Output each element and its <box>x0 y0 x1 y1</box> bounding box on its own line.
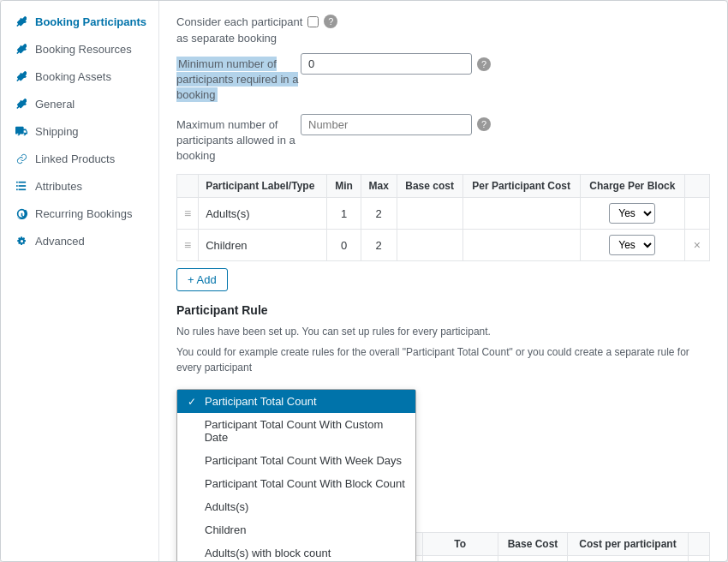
svg-rect-5 <box>16 188 18 190</box>
sidebar: Booking Participants Booking Resources B… <box>1 1 159 561</box>
rule-base-cost-cell: + ▾ <box>498 556 568 561</box>
adults-label: Adults(s) <box>199 198 327 230</box>
sidebar-item-recurring-bookings[interactable]: Recurring Bookings <box>1 200 158 227</box>
max-participants-input[interactable] <box>301 114 472 135</box>
children-delete[interactable]: × <box>684 230 709 261</box>
rule-col-delete <box>688 533 709 556</box>
adults-charge-per-block: Yes No <box>580 198 684 230</box>
svg-rect-0 <box>19 182 27 183</box>
sidebar-item-general[interactable]: General <box>1 90 158 117</box>
consider-sublabel: as separate booking <box>176 32 277 45</box>
sidebar-item-label: Attributes <box>35 180 82 193</box>
rule-section-title: Participant Rule <box>176 303 710 317</box>
check-icon: ✓ <box>188 396 200 408</box>
max-help-icon[interactable]: ? <box>477 117 491 131</box>
rule-col-base-cost: Base Cost <box>498 533 568 556</box>
sidebar-item-advanced[interactable]: Advanced <box>1 227 158 254</box>
rule-text-2: You could for example create rules for t… <box>176 344 710 375</box>
delete-children-button[interactable]: × <box>692 236 702 254</box>
dropdown-item-week-days[interactable]: Participant Total Count With Week Days <box>177 449 415 472</box>
rule-type-dropdown[interactable]: ✓ Participant Total Count Participant To… <box>176 389 416 561</box>
col-actions <box>684 175 709 198</box>
col-min: Min <box>327 175 361 198</box>
drag-handle-adults[interactable]: ≡ <box>177 198 199 230</box>
col-base-cost: Base cost <box>397 175 462 198</box>
dropdown-item-adults-block[interactable]: Adults(s) with block count <box>177 541 415 561</box>
max-input-group: ? <box>301 114 491 135</box>
min-input-group: 0 ? <box>301 53 491 75</box>
sidebar-item-attributes[interactable]: Attributes <box>1 172 158 200</box>
adults-delete <box>684 198 709 230</box>
adults-max: 2 <box>361 198 397 230</box>
gear-icon <box>15 234 28 248</box>
consider-help-icon[interactable]: ? <box>324 15 337 28</box>
sidebar-item-label: Linked Products <box>35 152 115 165</box>
dropdown-item-custom-date[interactable]: Participant Total Count With Custom Date <box>177 413 415 449</box>
rule-text-1: No rules have been set up. You can set u… <box>176 324 710 339</box>
min-label-text: Minimum number of participants required … <box>176 57 298 102</box>
dropdown-item-children[interactable]: Children <box>177 518 415 541</box>
col-charge-per-block: Charge Per Block <box>580 175 684 198</box>
wrench-icon <box>15 15 28 28</box>
sidebar-item-booking-resources[interactable]: Booking Resources <box>1 35 158 63</box>
sidebar-item-shipping[interactable]: Shipping <box>1 117 158 145</box>
rule-col-cost-per-participant: Cost per participant <box>568 533 689 556</box>
adults-min: 1 <box>327 198 361 230</box>
table-row: ≡ Adults(s) 1 2 Yes No <box>177 198 710 230</box>
col-max: Max <box>361 175 397 198</box>
children-min: 0 <box>327 230 361 261</box>
col-label: Participant Label/Type <box>199 175 327 198</box>
rule-col-to: To <box>422 533 498 556</box>
col-drag <box>177 175 199 198</box>
sidebar-item-booking-assets[interactable]: Booking Assets <box>1 63 158 90</box>
rule-delete-cell[interactable]: × <box>688 556 709 561</box>
participant-rule-section: Participant Rule No rules have been set … <box>176 303 710 561</box>
refresh-icon <box>15 206 28 220</box>
children-per-participant <box>462 230 580 261</box>
sidebar-item-label: Recurring Bookings <box>35 207 132 220</box>
wrench-icon-3 <box>15 69 28 83</box>
children-label: Children <box>199 230 327 261</box>
min-help-icon[interactable]: ? <box>477 57 491 71</box>
main-content: Consider each participant ? as separate … <box>159 1 727 561</box>
children-charge-select[interactable]: Yes No <box>609 235 655 255</box>
adults-charge-select[interactable]: Yes No <box>609 203 655 224</box>
consider-participant-row: Consider each participant ? <box>176 15 710 28</box>
list-icon <box>15 179 28 193</box>
add-participant-button[interactable]: + Add <box>176 268 228 291</box>
rule-to-cell: Participant C <box>422 556 498 561</box>
min-participants-input[interactable]: 0 <box>301 53 472 75</box>
sidebar-item-label: Shipping <box>35 125 79 138</box>
wrench-icon-4 <box>15 97 28 111</box>
svg-rect-1 <box>19 185 27 187</box>
consider-checkbox[interactable] <box>307 16 319 27</box>
adults-base-cost <box>397 198 462 230</box>
participants-table: Participant Label/Type Min Max Base cost… <box>176 174 710 261</box>
sidebar-item-label: Booking Assets <box>35 70 111 83</box>
max-participants-row: Maximum number of participants allowed i… <box>176 114 710 164</box>
children-max: 2 <box>361 230 397 261</box>
dropdown-item-adults[interactable]: Adults(s) <box>177 495 415 518</box>
svg-rect-3 <box>16 182 18 183</box>
svg-rect-4 <box>16 185 18 187</box>
children-charge-per-block: Yes No <box>580 230 684 261</box>
sidebar-item-linked-products[interactable]: Linked Products <box>1 145 158 172</box>
dropdown-item-participant-total-count[interactable]: ✓ Participant Total Count <box>177 390 415 413</box>
wrench-icon-2 <box>15 42 28 56</box>
dropdown-item-block-count[interactable]: Participant Total Count With Block Count <box>177 472 415 495</box>
truck-icon <box>15 124 28 138</box>
rule-cost-per-cell: + ▾ <box>568 556 689 561</box>
children-base-cost <box>397 230 462 261</box>
sidebar-item-booking-participants[interactable]: Booking Participants <box>1 8 158 35</box>
adults-per-participant <box>462 198 580 230</box>
col-per-participant: Per Participant Cost <box>462 175 580 198</box>
drag-handle-children[interactable]: ≡ <box>177 230 199 261</box>
sidebar-item-label: Booking Resources <box>35 43 132 56</box>
sidebar-item-label: General <box>35 98 75 111</box>
svg-rect-2 <box>19 188 27 190</box>
sidebar-item-label: Advanced <box>35 235 85 248</box>
sidebar-item-label: Booking Participants <box>35 15 146 28</box>
min-label: Minimum number of participants required … <box>176 53 301 104</box>
link-icon <box>15 152 28 165</box>
max-label: Maximum number of participants allowed i… <box>176 114 301 164</box>
